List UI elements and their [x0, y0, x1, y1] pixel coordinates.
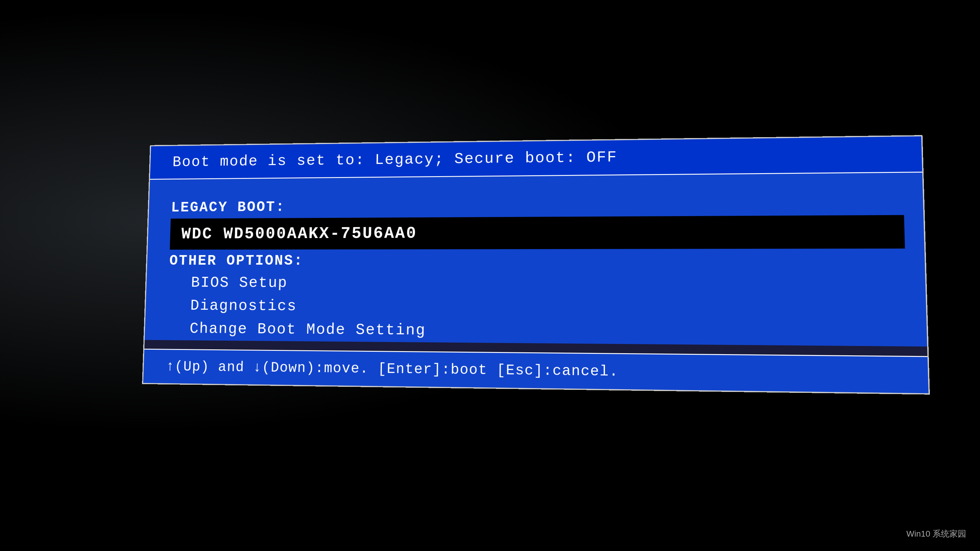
- change-boot-mode-item[interactable]: Change Boot Mode Setting: [167, 317, 908, 347]
- bios-setup-item[interactable]: BIOS Setup: [169, 271, 906, 297]
- watermark: Win10 系统家园: [902, 526, 971, 542]
- diagnostics-item[interactable]: Diagnostics: [167, 294, 907, 321]
- boot-mode-status: Boot mode is set to: Legacy; Secure boot…: [172, 149, 617, 171]
- selected-drive-label: WDC WD5000AAKX-75U6AA0: [181, 224, 417, 243]
- navigation-instructions: ↑(Up) and ↓(Down):move. [Enter]:boot [Es…: [166, 359, 619, 380]
- other-options-label: OTHER OPTIONS:: [169, 252, 905, 270]
- bios-panel: Boot mode is set to: Legacy; Secure boot…: [142, 135, 930, 395]
- watermark-text: Win10 系统家园: [907, 529, 966, 538]
- change-boot-mode-label: Change Boot Mode Setting: [189, 320, 426, 340]
- bios-content: LEGACY BOOT: WDC WD5000AAKX-75U6AA0 OTHE…: [145, 173, 927, 347]
- bios-setup-label: BIOS Setup: [191, 274, 288, 292]
- diagnostics-label: Diagnostics: [190, 297, 297, 315]
- legacy-boot-item-selected[interactable]: WDC WD5000AAKX-75U6AA0: [170, 215, 905, 249]
- bios-outer-border: Boot mode is set to: Legacy; Secure boot…: [142, 135, 930, 395]
